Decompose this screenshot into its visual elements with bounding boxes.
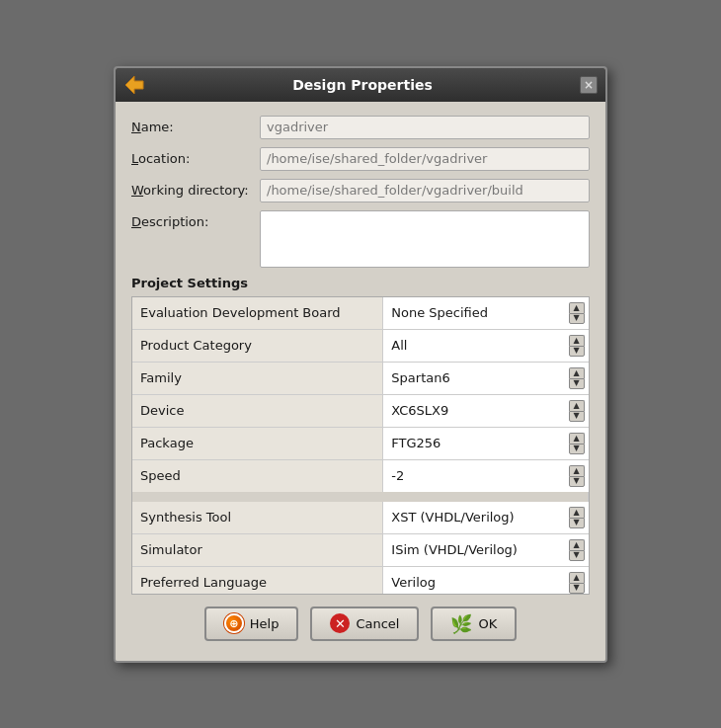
- spinner-up[interactable]: ▲: [569, 400, 585, 411]
- help-label: Help: [250, 616, 280, 631]
- row-value[interactable]: None Specified ▲ ▼: [383, 297, 589, 330]
- location-row: Location:: [131, 147, 590, 171]
- row-value[interactable]: All ▲ ▼: [383, 329, 589, 362]
- spinner-down[interactable]: ▼: [569, 313, 585, 324]
- table-row[interactable]: Package FTG256 ▲ ▼: [132, 427, 589, 459]
- spinner[interactable]: ▲ ▼: [569, 433, 585, 454]
- ok-label: OK: [478, 616, 497, 631]
- row-value[interactable]: XC6SLX9 ▲ ▼: [383, 394, 589, 427]
- spinner-down[interactable]: ▼: [569, 378, 585, 389]
- working-directory-input[interactable]: [260, 179, 590, 202]
- table-row[interactable]: Simulator ISim (VHDL/Verilog) ▲ ▼: [132, 533, 589, 566]
- spinner-down[interactable]: ▼: [569, 476, 585, 487]
- working-directory-label: Working directory:: [131, 179, 260, 198]
- description-textarea[interactable]: [260, 210, 590, 268]
- spinner[interactable]: ▲ ▼: [569, 572, 585, 594]
- row-label: Device: [132, 394, 383, 427]
- design-properties-dialog: Design Properties × Name: Location: Work…: [114, 66, 607, 663]
- spinner-down[interactable]: ▼: [569, 550, 585, 561]
- table-row[interactable]: Evaluation Development Board None Specif…: [132, 297, 589, 330]
- ok-icon: 🌿: [450, 613, 472, 634]
- spinner-up[interactable]: ▲: [569, 433, 585, 444]
- row-value[interactable]: -2 ▲ ▼: [383, 459, 589, 492]
- help-icon: ⊕: [224, 613, 244, 633]
- table-row[interactable]: Device XC6SLX9 ▲ ▼: [132, 394, 589, 427]
- table-row[interactable]: Family Spartan6 ▲ ▼: [132, 362, 589, 394]
- row-value[interactable]: XST (VHDL/Verilog) ▲ ▼: [383, 502, 589, 534]
- project-settings-title: Project Settings: [131, 276, 590, 290]
- spinner-down[interactable]: ▼: [569, 411, 585, 422]
- button-row: ⊕ Help ✕ Cancel 🌿 OK: [131, 595, 590, 647]
- cancel-button[interactable]: ✕ Cancel: [310, 607, 419, 641]
- spinner-down[interactable]: ▼: [569, 444, 585, 454]
- working-directory-row: Working directory:: [131, 179, 590, 202]
- spinner-up[interactable]: ▲: [569, 572, 585, 583]
- row-label: Package: [132, 427, 383, 459]
- cancel-icon: ✕: [330, 613, 350, 633]
- spinner[interactable]: ▲ ▼: [569, 367, 585, 389]
- row-value[interactable]: Verilog ▲ ▼: [383, 566, 589, 594]
- description-label: Description:: [131, 210, 260, 229]
- table-row[interactable]: Speed -2 ▲ ▼: [132, 459, 589, 492]
- separator-row: [132, 492, 589, 502]
- close-button[interactable]: ×: [580, 76, 598, 94]
- location-input[interactable]: [260, 147, 590, 171]
- dialog-body: Name: Location: Working directory: Descr…: [116, 102, 605, 661]
- spinner[interactable]: ▲ ▼: [569, 465, 585, 487]
- spinner-up[interactable]: ▲: [569, 465, 585, 476]
- row-value[interactable]: ISim (VHDL/Verilog) ▲ ▼: [383, 533, 589, 566]
- table-scroll-area[interactable]: Evaluation Development Board None Specif…: [132, 297, 589, 594]
- row-label: Synthesis Tool: [132, 502, 383, 534]
- row-label: Speed: [132, 459, 383, 492]
- spinner-down[interactable]: ▼: [569, 518, 585, 528]
- description-row: Description:: [131, 210, 590, 268]
- spinner[interactable]: ▲ ▼: [569, 539, 585, 561]
- row-label: Product Category: [132, 329, 383, 362]
- row-label: Simulator: [132, 533, 383, 566]
- spinner-up[interactable]: ▲: [569, 539, 585, 550]
- spinner-up[interactable]: ▲: [569, 367, 585, 378]
- spinner[interactable]: ▲ ▼: [569, 302, 585, 324]
- row-label: Preferred Language: [132, 566, 383, 594]
- row-value[interactable]: FTG256 ▲ ▼: [383, 427, 589, 459]
- project-settings-table: Evaluation Development Board None Specif…: [131, 296, 590, 595]
- ok-button[interactable]: 🌿 OK: [431, 607, 517, 641]
- location-label: Location:: [131, 147, 260, 166]
- table-row[interactable]: Synthesis Tool XST (VHDL/Verilog) ▲ ▼: [132, 502, 589, 534]
- table-row[interactable]: Product Category All ▲ ▼: [132, 329, 589, 362]
- spinner-down[interactable]: ▼: [569, 346, 585, 357]
- spinner[interactable]: ▲ ▼: [569, 400, 585, 422]
- row-value[interactable]: Spartan6 ▲ ▼: [383, 362, 589, 394]
- spinner-up[interactable]: ▲: [569, 507, 585, 518]
- dialog-title: Design Properties: [145, 77, 580, 93]
- spinner-up[interactable]: ▲: [569, 302, 585, 313]
- row-label: Evaluation Development Board: [132, 297, 383, 330]
- spinner-down[interactable]: ▼: [569, 583, 585, 594]
- title-bar: Design Properties ×: [116, 68, 605, 102]
- app-logo-icon: [123, 74, 145, 96]
- help-button[interactable]: ⊕ Help: [204, 607, 299, 641]
- row-label: Family: [132, 362, 383, 394]
- table-row[interactable]: Preferred Language Verilog ▲ ▼: [132, 566, 589, 594]
- spinner[interactable]: ▲ ▼: [569, 335, 585, 357]
- cancel-label: Cancel: [356, 616, 399, 631]
- spinner-up[interactable]: ▲: [569, 335, 585, 346]
- name-input[interactable]: [260, 116, 590, 139]
- svg-marker-0: [125, 76, 143, 94]
- name-row: Name:: [131, 116, 590, 139]
- name-label: Name:: [131, 116, 260, 134]
- spinner[interactable]: ▲ ▼: [569, 507, 585, 528]
